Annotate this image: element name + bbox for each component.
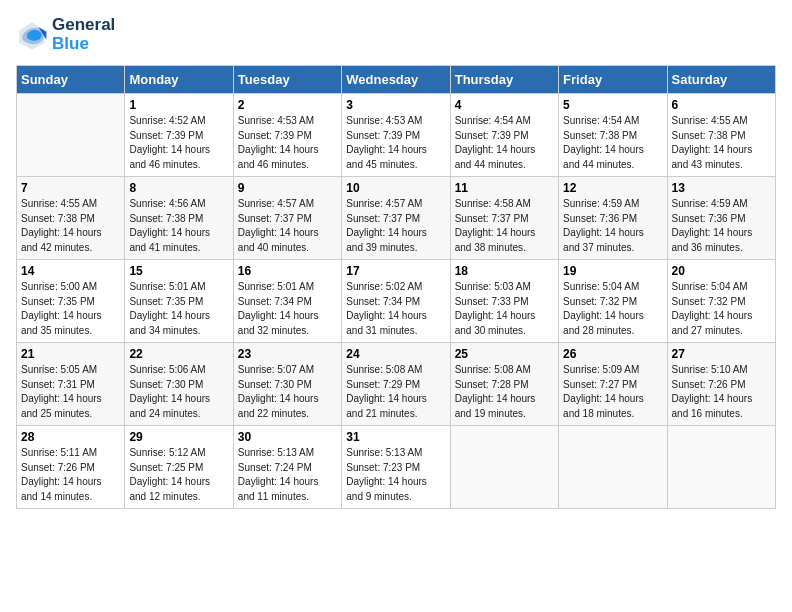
day-number: 26	[563, 347, 662, 361]
day-info: Sunrise: 5:13 AM Sunset: 7:24 PM Dayligh…	[238, 446, 337, 504]
day-info: Sunrise: 5:07 AM Sunset: 7:30 PM Dayligh…	[238, 363, 337, 421]
day-info: Sunrise: 4:54 AM Sunset: 7:38 PM Dayligh…	[563, 114, 662, 172]
day-number: 25	[455, 347, 554, 361]
day-number: 21	[21, 347, 120, 361]
day-info: Sunrise: 5:08 AM Sunset: 7:29 PM Dayligh…	[346, 363, 445, 421]
weekday-header-row: SundayMondayTuesdayWednesdayThursdayFrid…	[17, 66, 776, 94]
weekday-monday: Monday	[125, 66, 233, 94]
day-info: Sunrise: 4:59 AM Sunset: 7:36 PM Dayligh…	[672, 197, 771, 255]
day-cell: 9Sunrise: 4:57 AM Sunset: 7:37 PM Daylig…	[233, 177, 341, 260]
day-cell: 29Sunrise: 5:12 AM Sunset: 7:25 PM Dayli…	[125, 426, 233, 509]
day-info: Sunrise: 4:57 AM Sunset: 7:37 PM Dayligh…	[346, 197, 445, 255]
day-info: Sunrise: 5:00 AM Sunset: 7:35 PM Dayligh…	[21, 280, 120, 338]
day-number: 24	[346, 347, 445, 361]
day-number: 16	[238, 264, 337, 278]
day-number: 11	[455, 181, 554, 195]
day-info: Sunrise: 4:57 AM Sunset: 7:37 PM Dayligh…	[238, 197, 337, 255]
day-info: Sunrise: 4:54 AM Sunset: 7:39 PM Dayligh…	[455, 114, 554, 172]
day-cell: 19Sunrise: 5:04 AM Sunset: 7:32 PM Dayli…	[559, 260, 667, 343]
day-cell: 5Sunrise: 4:54 AM Sunset: 7:38 PM Daylig…	[559, 94, 667, 177]
day-info: Sunrise: 5:01 AM Sunset: 7:35 PM Dayligh…	[129, 280, 228, 338]
day-number: 3	[346, 98, 445, 112]
day-cell: 20Sunrise: 5:04 AM Sunset: 7:32 PM Dayli…	[667, 260, 775, 343]
day-number: 27	[672, 347, 771, 361]
day-number: 23	[238, 347, 337, 361]
logo: General Blue	[16, 16, 115, 53]
day-info: Sunrise: 4:52 AM Sunset: 7:39 PM Dayligh…	[129, 114, 228, 172]
day-info: Sunrise: 5:05 AM Sunset: 7:31 PM Dayligh…	[21, 363, 120, 421]
day-cell	[450, 426, 558, 509]
day-cell: 15Sunrise: 5:01 AM Sunset: 7:35 PM Dayli…	[125, 260, 233, 343]
weekday-friday: Friday	[559, 66, 667, 94]
day-info: Sunrise: 5:09 AM Sunset: 7:27 PM Dayligh…	[563, 363, 662, 421]
weekday-sunday: Sunday	[17, 66, 125, 94]
page-header: General Blue	[16, 16, 776, 53]
day-number: 30	[238, 430, 337, 444]
day-info: Sunrise: 5:10 AM Sunset: 7:26 PM Dayligh…	[672, 363, 771, 421]
day-cell: 10Sunrise: 4:57 AM Sunset: 7:37 PM Dayli…	[342, 177, 450, 260]
day-number: 9	[238, 181, 337, 195]
day-number: 18	[455, 264, 554, 278]
day-info: Sunrise: 4:53 AM Sunset: 7:39 PM Dayligh…	[346, 114, 445, 172]
day-number: 28	[21, 430, 120, 444]
logo-icon	[16, 19, 48, 51]
week-row-3: 14Sunrise: 5:00 AM Sunset: 7:35 PM Dayli…	[17, 260, 776, 343]
day-cell: 18Sunrise: 5:03 AM Sunset: 7:33 PM Dayli…	[450, 260, 558, 343]
week-row-5: 28Sunrise: 5:11 AM Sunset: 7:26 PM Dayli…	[17, 426, 776, 509]
day-number: 4	[455, 98, 554, 112]
day-info: Sunrise: 4:59 AM Sunset: 7:36 PM Dayligh…	[563, 197, 662, 255]
day-info: Sunrise: 5:04 AM Sunset: 7:32 PM Dayligh…	[563, 280, 662, 338]
day-number: 17	[346, 264, 445, 278]
day-cell: 17Sunrise: 5:02 AM Sunset: 7:34 PM Dayli…	[342, 260, 450, 343]
day-cell: 3Sunrise: 4:53 AM Sunset: 7:39 PM Daylig…	[342, 94, 450, 177]
day-cell: 28Sunrise: 5:11 AM Sunset: 7:26 PM Dayli…	[17, 426, 125, 509]
weekday-tuesday: Tuesday	[233, 66, 341, 94]
week-row-2: 7Sunrise: 4:55 AM Sunset: 7:38 PM Daylig…	[17, 177, 776, 260]
day-info: Sunrise: 5:08 AM Sunset: 7:28 PM Dayligh…	[455, 363, 554, 421]
week-row-1: 1Sunrise: 4:52 AM Sunset: 7:39 PM Daylig…	[17, 94, 776, 177]
week-row-4: 21Sunrise: 5:05 AM Sunset: 7:31 PM Dayli…	[17, 343, 776, 426]
day-number: 31	[346, 430, 445, 444]
day-cell: 2Sunrise: 4:53 AM Sunset: 7:39 PM Daylig…	[233, 94, 341, 177]
day-cell: 31Sunrise: 5:13 AM Sunset: 7:23 PM Dayli…	[342, 426, 450, 509]
day-number: 14	[21, 264, 120, 278]
day-cell: 4Sunrise: 4:54 AM Sunset: 7:39 PM Daylig…	[450, 94, 558, 177]
day-number: 6	[672, 98, 771, 112]
day-number: 20	[672, 264, 771, 278]
day-info: Sunrise: 4:55 AM Sunset: 7:38 PM Dayligh…	[672, 114, 771, 172]
day-info: Sunrise: 5:03 AM Sunset: 7:33 PM Dayligh…	[455, 280, 554, 338]
day-number: 15	[129, 264, 228, 278]
day-cell: 26Sunrise: 5:09 AM Sunset: 7:27 PM Dayli…	[559, 343, 667, 426]
day-cell: 13Sunrise: 4:59 AM Sunset: 7:36 PM Dayli…	[667, 177, 775, 260]
day-cell: 16Sunrise: 5:01 AM Sunset: 7:34 PM Dayli…	[233, 260, 341, 343]
day-cell: 12Sunrise: 4:59 AM Sunset: 7:36 PM Dayli…	[559, 177, 667, 260]
day-cell	[17, 94, 125, 177]
logo-text: General Blue	[52, 16, 115, 53]
day-info: Sunrise: 4:58 AM Sunset: 7:37 PM Dayligh…	[455, 197, 554, 255]
day-info: Sunrise: 5:11 AM Sunset: 7:26 PM Dayligh…	[21, 446, 120, 504]
day-number: 5	[563, 98, 662, 112]
day-cell: 8Sunrise: 4:56 AM Sunset: 7:38 PM Daylig…	[125, 177, 233, 260]
day-cell: 30Sunrise: 5:13 AM Sunset: 7:24 PM Dayli…	[233, 426, 341, 509]
weekday-thursday: Thursday	[450, 66, 558, 94]
day-number: 1	[129, 98, 228, 112]
day-cell: 24Sunrise: 5:08 AM Sunset: 7:29 PM Dayli…	[342, 343, 450, 426]
day-number: 22	[129, 347, 228, 361]
day-number: 10	[346, 181, 445, 195]
weekday-wednesday: Wednesday	[342, 66, 450, 94]
day-cell	[667, 426, 775, 509]
weekday-saturday: Saturday	[667, 66, 775, 94]
calendar-table: SundayMondayTuesdayWednesdayThursdayFrid…	[16, 65, 776, 509]
day-info: Sunrise: 4:55 AM Sunset: 7:38 PM Dayligh…	[21, 197, 120, 255]
day-cell: 21Sunrise: 5:05 AM Sunset: 7:31 PM Dayli…	[17, 343, 125, 426]
day-info: Sunrise: 5:02 AM Sunset: 7:34 PM Dayligh…	[346, 280, 445, 338]
day-number: 19	[563, 264, 662, 278]
day-number: 13	[672, 181, 771, 195]
day-info: Sunrise: 5:01 AM Sunset: 7:34 PM Dayligh…	[238, 280, 337, 338]
day-info: Sunrise: 5:06 AM Sunset: 7:30 PM Dayligh…	[129, 363, 228, 421]
day-info: Sunrise: 5:04 AM Sunset: 7:32 PM Dayligh…	[672, 280, 771, 338]
day-number: 29	[129, 430, 228, 444]
day-info: Sunrise: 4:53 AM Sunset: 7:39 PM Dayligh…	[238, 114, 337, 172]
day-info: Sunrise: 5:13 AM Sunset: 7:23 PM Dayligh…	[346, 446, 445, 504]
day-number: 7	[21, 181, 120, 195]
